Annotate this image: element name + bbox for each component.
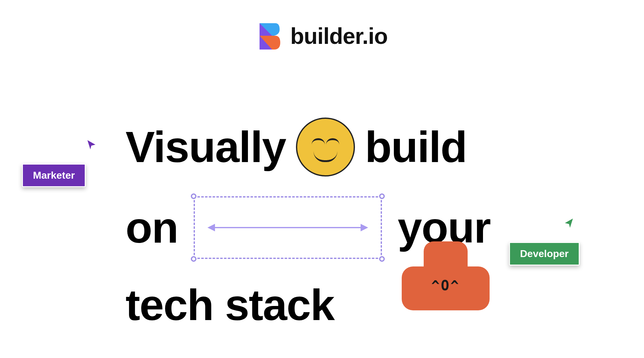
cursor-developer-label: Developer	[509, 242, 580, 266]
relaxed-emoji-icon	[296, 118, 355, 176]
headline-word-on: on	[126, 193, 178, 261]
headline-word-build: build	[365, 113, 467, 181]
blob-character-icon: ^O^	[402, 241, 490, 310]
selection-box-icon	[194, 196, 382, 259]
headline-words-tech-stack: tech stack	[126, 271, 334, 339]
headline-word-visually: Visually	[126, 113, 286, 181]
headline-line-1: Visually build	[126, 113, 534, 181]
cursor-pointer-icon	[85, 138, 99, 152]
cursor-marketer-label: Marketer	[22, 164, 86, 187]
brand-mark-icon	[256, 22, 282, 50]
blob-face-text: ^O^	[431, 277, 460, 293]
brand-name: builder.io	[290, 23, 388, 49]
cursor-pointer-icon	[562, 216, 576, 230]
brand-logo: builder.io	[256, 22, 388, 50]
